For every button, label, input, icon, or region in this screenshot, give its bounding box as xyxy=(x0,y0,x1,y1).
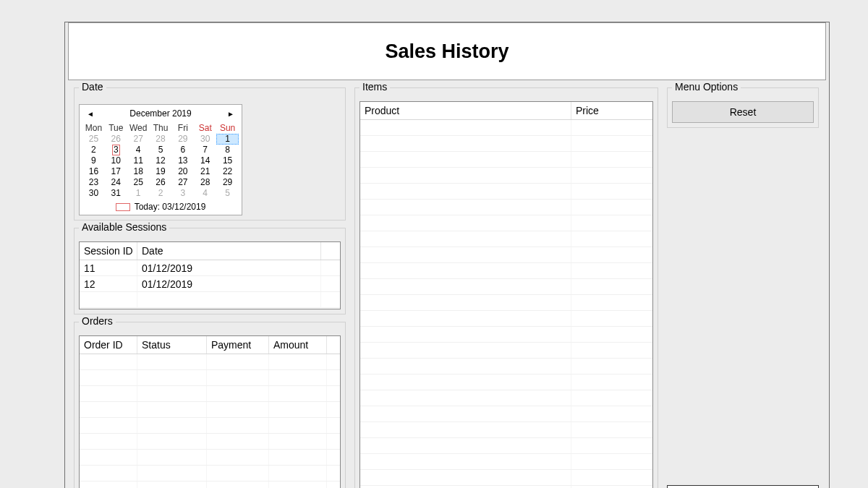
table-cell: . xyxy=(360,390,571,406)
calendar-day[interactable]: 21 xyxy=(194,166,216,177)
orders-col-status[interactable]: Status xyxy=(137,336,207,354)
calendar-day[interactable]: 12 xyxy=(150,155,172,166)
table-cell: . xyxy=(137,354,207,369)
table-cell: . xyxy=(207,370,269,385)
calendar-day[interactable]: 3 xyxy=(105,145,127,155)
calendar-day[interactable]: 8 xyxy=(216,145,239,155)
orders-list[interactable]: Order ID Status Payment Amount .........… xyxy=(79,335,341,488)
table-cell: 12 xyxy=(80,276,137,291)
table-cell: . xyxy=(360,120,571,135)
table-row: .. xyxy=(360,359,652,374)
table-row[interactable]: 1201/12/2019 xyxy=(80,276,340,292)
calendar-day[interactable]: 26 xyxy=(150,177,172,188)
table-cell: . xyxy=(571,327,652,342)
calendar-dow: Tue xyxy=(105,122,127,134)
calendar-month-label[interactable]: December 2019 xyxy=(129,108,191,119)
calendar-day[interactable]: 5 xyxy=(216,188,239,199)
calendar-day[interactable]: 7 xyxy=(194,145,216,155)
sessions-list[interactable]: Session ID Date 1101/12/20191201/12/2019… xyxy=(79,241,341,309)
table-cell: . xyxy=(327,450,340,465)
calendar-day[interactable]: 28 xyxy=(194,177,216,188)
calendar-day[interactable]: 4 xyxy=(194,188,216,199)
table-row[interactable]: 1101/12/2019 xyxy=(80,260,340,276)
calendar-day[interactable]: 25 xyxy=(82,134,105,145)
calendar-day[interactable]: 26 xyxy=(105,134,127,145)
table-cell: . xyxy=(360,136,571,151)
calendar-day[interactable]: 2 xyxy=(150,188,172,199)
calendar-day[interactable]: 1 xyxy=(127,188,150,199)
items-group-label: Items xyxy=(359,82,390,92)
calendar-dow: Sun xyxy=(216,122,239,134)
calendar-day[interactable]: 27 xyxy=(171,177,194,188)
calendar-day[interactable]: 30 xyxy=(194,134,216,145)
calendar-day[interactable]: 30 xyxy=(82,188,105,199)
table-row: .. xyxy=(360,152,652,168)
calendar-day[interactable]: 14 xyxy=(194,155,216,166)
date-picker[interactable]: ◄ December 2019 ► MonTueWedThuFriSatSun2… xyxy=(79,104,242,215)
table-cell: . xyxy=(137,450,207,465)
calendar-day[interactable]: 31 xyxy=(105,188,127,199)
reset-button[interactable]: Reset xyxy=(672,101,814,123)
sessions-col-id[interactable]: Session ID xyxy=(80,242,137,260)
table-cell: . xyxy=(137,418,207,433)
calendar-day[interactable]: 20 xyxy=(171,166,194,177)
calendar-day[interactable]: 27 xyxy=(127,134,150,145)
calendar-day[interactable]: 2 xyxy=(82,145,105,155)
calendar-day[interactable]: 23 xyxy=(82,177,105,188)
table-cell: . xyxy=(571,152,652,167)
calendar-day[interactable]: 15 xyxy=(216,155,239,166)
calendar-day[interactable]: 5 xyxy=(150,145,172,155)
calendar-day[interactable]: 4 xyxy=(127,145,150,155)
table-cell: . xyxy=(571,359,652,374)
calendar-day[interactable]: 29 xyxy=(171,134,194,145)
calendar-day[interactable]: 11 xyxy=(127,155,150,166)
orders-col-amount[interactable]: Amount xyxy=(269,336,327,354)
calendar-day[interactable]: 18 xyxy=(127,166,150,177)
table-cell: . xyxy=(327,386,340,401)
table-cell: . xyxy=(360,279,571,294)
calendar-day[interactable]: 29 xyxy=(216,177,239,188)
calendar-day[interactable]: 1 xyxy=(216,134,239,145)
table-row: .. xyxy=(360,231,652,247)
table-cell: . xyxy=(137,386,207,401)
calendar-day[interactable]: 24 xyxy=(105,177,127,188)
table-cell: . xyxy=(571,454,652,469)
calendar-today-link[interactable]: Today: 03/12/2019 xyxy=(80,200,242,215)
calendar-day[interactable]: 22 xyxy=(216,166,239,177)
calendar-day[interactable]: 3 xyxy=(171,188,194,199)
table-cell: . xyxy=(360,184,571,199)
sales-history-window: Sales History Date ◄ December 2019 ► Mon… xyxy=(64,22,830,488)
calendar-day[interactable]: 28 xyxy=(150,134,172,145)
calendar-next-month[interactable]: ► xyxy=(223,105,239,122)
orders-col-id[interactable]: Order ID xyxy=(80,336,137,354)
sessions-col-date[interactable]: Date xyxy=(137,242,321,260)
table-cell: . xyxy=(571,374,652,390)
calendar-day[interactable]: 10 xyxy=(105,155,127,166)
calendar-day[interactable]: 16 xyxy=(82,166,105,177)
calendar-day[interactable]: 25 xyxy=(127,177,150,188)
table-cell: . xyxy=(269,354,327,369)
table-cell: . xyxy=(80,466,137,481)
table-cell: . xyxy=(571,295,652,310)
orders-col-payment[interactable]: Payment xyxy=(207,336,269,354)
table-cell: . xyxy=(360,247,571,262)
calendar-day[interactable]: 13 xyxy=(171,155,194,166)
close-button[interactable]: Close xyxy=(667,485,819,488)
table-cell: . xyxy=(571,120,652,135)
items-list[interactable]: Product Price ..........................… xyxy=(359,101,653,488)
calendar-day[interactable]: 17 xyxy=(105,166,127,177)
items-col-price[interactable]: Price xyxy=(571,102,652,119)
table-cell: . xyxy=(571,470,652,485)
table-cell: . xyxy=(327,466,340,481)
calendar-day[interactable]: 6 xyxy=(171,145,194,155)
calendar-day[interactable]: 19 xyxy=(150,166,172,177)
table-cell: 01/12/2019 xyxy=(137,260,321,275)
items-col-product[interactable]: Product xyxy=(360,102,571,119)
calendar-day[interactable]: 9 xyxy=(82,155,105,166)
table-cell: . xyxy=(360,327,571,342)
table-cell: . xyxy=(269,402,327,417)
calendar-prev-month[interactable]: ◄ xyxy=(82,105,98,122)
sessions-col-spacer xyxy=(321,242,340,260)
table-row: ..... xyxy=(80,354,340,370)
table-cell: . xyxy=(360,374,571,390)
